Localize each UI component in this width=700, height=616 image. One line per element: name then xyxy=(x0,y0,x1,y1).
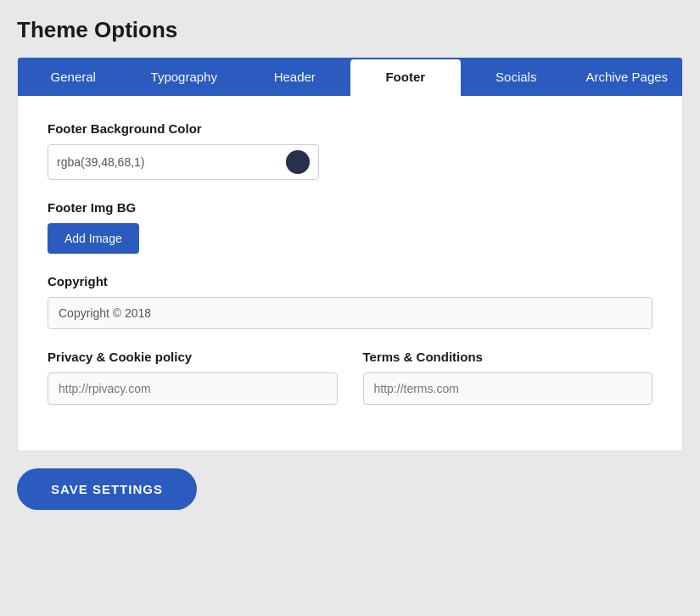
tab-content: Footer Background Color Footer Img BG Ad… xyxy=(18,96,682,451)
bg-color-field: Footer Background Color xyxy=(48,121,652,180)
privacy-field: Privacy & Cookie policy xyxy=(48,350,338,405)
tab-bar: General Typography Header Footer Socials… xyxy=(18,58,682,96)
footer-img-field: Footer Img BG Add Image xyxy=(48,200,652,254)
tab-archive-pages[interactable]: Archive Pages xyxy=(572,58,683,96)
copyright-label: Copyright xyxy=(48,274,652,288)
save-settings-button[interactable]: SAVE SETTINGS xyxy=(17,468,197,510)
color-swatch[interactable] xyxy=(286,150,310,174)
copyright-field: Copyright xyxy=(48,274,652,329)
tab-general[interactable]: General xyxy=(18,58,129,96)
privacy-label: Privacy & Cookie policy xyxy=(48,350,338,364)
color-input-wrapper xyxy=(48,144,319,180)
theme-options-card: General Typography Header Footer Socials… xyxy=(17,57,683,451)
footer-img-label: Footer Img BG xyxy=(48,200,652,215)
terms-field: Terms & Conditions xyxy=(363,350,653,405)
terms-label: Terms & Conditions xyxy=(363,350,653,364)
tab-header[interactable]: Header xyxy=(239,58,350,96)
bg-color-input[interactable] xyxy=(57,155,286,169)
tab-footer[interactable]: Footer xyxy=(350,59,462,96)
add-image-button[interactable]: Add Image xyxy=(48,223,139,254)
page-title: Theme Options xyxy=(17,17,683,43)
tab-socials[interactable]: Socials xyxy=(461,58,572,96)
tab-typography[interactable]: Typography xyxy=(129,58,240,96)
terms-input[interactable] xyxy=(363,372,653,405)
bg-color-label: Footer Background Color xyxy=(48,121,652,136)
privacy-input[interactable] xyxy=(48,372,338,405)
copyright-input[interactable] xyxy=(48,297,652,329)
two-col-row: Privacy & Cookie policy Terms & Conditio… xyxy=(48,350,652,425)
